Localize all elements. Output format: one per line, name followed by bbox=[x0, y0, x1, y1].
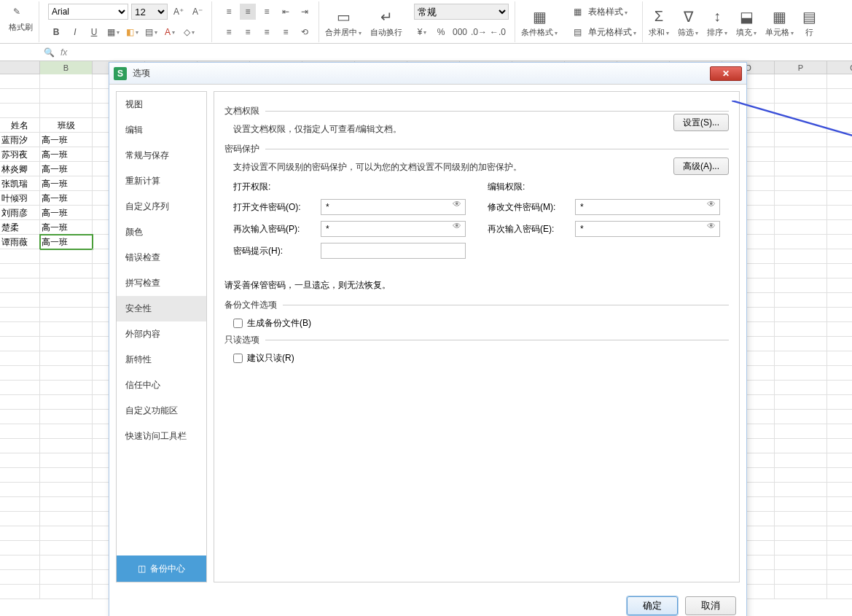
cell[interactable]: 高一班 bbox=[40, 162, 93, 176]
cell[interactable]: 高一班 bbox=[40, 176, 93, 191]
table-style-icon[interactable]: ▦ bbox=[569, 4, 585, 20]
cell[interactable] bbox=[775, 89, 827, 104]
readonly-checkbox[interactable] bbox=[233, 354, 243, 363]
cell[interactable] bbox=[827, 104, 852, 118]
open-pwd-input[interactable] bbox=[321, 199, 466, 215]
fillcolor-icon[interactable]: ◧▾ bbox=[124, 24, 140, 40]
backup-center-button[interactable]: ◫ 备份中心 bbox=[117, 555, 206, 582]
cell[interactable] bbox=[40, 541, 93, 555]
cell[interactable] bbox=[775, 322, 827, 337]
cell[interactable] bbox=[775, 570, 827, 585]
cell[interactable] bbox=[827, 264, 852, 278]
cell[interactable] bbox=[775, 351, 827, 366]
repeat-edit-input[interactable] bbox=[575, 221, 720, 237]
col-header[interactable]: P bbox=[775, 61, 827, 74]
cell[interactable] bbox=[40, 555, 93, 570]
cell[interactable] bbox=[775, 366, 827, 381]
border-icon[interactable]: ▦▾ bbox=[105, 24, 121, 40]
cell[interactable] bbox=[40, 366, 93, 381]
cell[interactable] bbox=[0, 366, 40, 381]
cell[interactable] bbox=[775, 176, 827, 191]
cell[interactable] bbox=[40, 395, 93, 410]
cell[interactable] bbox=[40, 453, 93, 468]
cell[interactable] bbox=[775, 220, 827, 235]
cell[interactable] bbox=[827, 381, 852, 395]
cell[interactable] bbox=[827, 293, 852, 308]
cell[interactable] bbox=[40, 74, 93, 89]
cell[interactable] bbox=[775, 424, 827, 439]
cancel-button[interactable]: 取消 bbox=[685, 596, 736, 615]
backup-checkbox[interactable] bbox=[233, 319, 243, 328]
cell[interactable] bbox=[0, 395, 40, 410]
repeat-pwd-input[interactable] bbox=[321, 221, 466, 237]
sidebar-item[interactable]: 拼写检查 bbox=[117, 270, 206, 296]
cell[interactable] bbox=[0, 410, 40, 424]
cell[interactable] bbox=[827, 555, 852, 570]
cell[interactable] bbox=[827, 118, 852, 133]
cell[interactable] bbox=[775, 264, 827, 278]
cell[interactable] bbox=[0, 439, 40, 453]
cell[interactable] bbox=[0, 468, 40, 483]
cell[interactable] bbox=[40, 424, 93, 439]
cell[interactable] bbox=[827, 278, 852, 293]
cell[interactable] bbox=[0, 483, 40, 497]
sidebar-item[interactable]: 快速访问工具栏 bbox=[117, 424, 206, 449]
cell[interactable] bbox=[775, 453, 827, 468]
cell[interactable]: 林炎卿 bbox=[0, 162, 40, 176]
cell[interactable] bbox=[40, 89, 93, 104]
cell[interactable] bbox=[775, 585, 827, 599]
format-brush-icon[interactable]: ✎ bbox=[9, 4, 25, 20]
number-format-select[interactable]: 常规 bbox=[414, 4, 509, 20]
cell[interactable] bbox=[40, 570, 93, 585]
magnify-icon[interactable]: 🔍 bbox=[44, 47, 55, 58]
cell[interactable] bbox=[775, 526, 827, 541]
cellshade-icon[interactable]: ▤▾ bbox=[143, 24, 159, 40]
sidebar-item[interactable]: 重新计算 bbox=[117, 168, 206, 194]
sidebar-item[interactable]: 信任中心 bbox=[117, 373, 206, 398]
cell[interactable] bbox=[775, 468, 827, 483]
cell-button[interactable]: ▦ 单元格▾ bbox=[762, 1, 797, 42]
col-header[interactable]: B bbox=[40, 61, 93, 74]
cell[interactable] bbox=[827, 249, 852, 264]
cell[interactable] bbox=[40, 526, 93, 541]
modify-pwd-input[interactable] bbox=[575, 199, 720, 215]
cell[interactable] bbox=[0, 278, 40, 293]
cell[interactable] bbox=[775, 191, 827, 206]
cell[interactable] bbox=[827, 512, 852, 526]
cell[interactable]: 高一班 bbox=[40, 133, 93, 147]
cell[interactable] bbox=[0, 249, 40, 264]
cell[interactable] bbox=[40, 278, 93, 293]
cell[interactable] bbox=[775, 74, 827, 89]
cell[interactable] bbox=[775, 337, 827, 351]
cell[interactable] bbox=[775, 381, 827, 395]
cell[interactable] bbox=[827, 366, 852, 381]
align-left-icon[interactable]: ≡ bbox=[221, 24, 237, 40]
cell[interactable] bbox=[0, 308, 40, 322]
cell[interactable] bbox=[40, 249, 93, 264]
cell[interactable] bbox=[0, 570, 40, 585]
cell[interactable] bbox=[0, 89, 40, 104]
align-middle-icon[interactable]: ≡ bbox=[240, 4, 256, 20]
dec-inc-icon[interactable]: .0→ bbox=[471, 24, 487, 40]
cell[interactable] bbox=[40, 308, 93, 322]
cell[interactable] bbox=[775, 104, 827, 118]
cell[interactable] bbox=[775, 206, 827, 220]
cell[interactable] bbox=[827, 395, 852, 410]
cell[interactable] bbox=[775, 483, 827, 497]
fontcolor-icon[interactable]: A▾ bbox=[162, 24, 178, 40]
cell[interactable] bbox=[827, 308, 852, 322]
hint-input[interactable] bbox=[321, 243, 466, 259]
cell[interactable] bbox=[827, 74, 852, 89]
sidebar-item[interactable]: 错误检查 bbox=[117, 245, 206, 270]
cond-format-button[interactable]: ▦ 条件格式▾ bbox=[518, 1, 560, 42]
cell[interactable] bbox=[775, 410, 827, 424]
cell[interactable]: 高一班 bbox=[40, 220, 93, 235]
align-bottom-icon[interactable]: ≡ bbox=[259, 4, 275, 20]
cell[interactable] bbox=[827, 162, 852, 176]
cell[interactable] bbox=[0, 453, 40, 468]
auto-wrap-button[interactable]: ↵ 自动换行 bbox=[367, 1, 405, 42]
orientation-icon[interactable]: ⟲ bbox=[297, 24, 313, 40]
cell[interactable]: 刘雨彦 bbox=[0, 206, 40, 220]
cell[interactable] bbox=[0, 512, 40, 526]
italic-icon[interactable]: I bbox=[67, 24, 83, 40]
